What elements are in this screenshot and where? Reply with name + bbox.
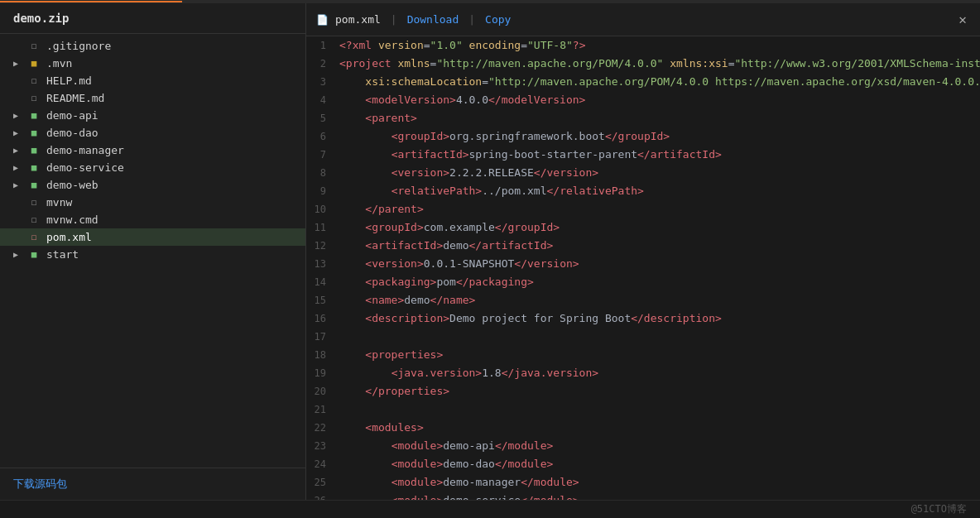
sidebar-item-mvnw[interactable]: ☐ mvnw [0, 194, 305, 211]
line-number: 1 [306, 36, 339, 55]
line-number: 17 [306, 328, 339, 346]
arrow-icon: ▶ [13, 146, 26, 155]
code-line-15: 15 <name>demo</name> [306, 291, 980, 309]
line-content: </parent> [339, 200, 980, 218]
main-container: demo.zip ☐ .gitignore ▶ ■ .mvn ☐ HELP.md [0, 3, 980, 500]
code-line-11: 11 <groupId>com.example</groupId> [306, 218, 980, 237]
code-line-4: 4 <modelVersion>4.0.0</modelVersion> [306, 91, 980, 109]
line-content: <java.version>1.8</java.version> [339, 364, 980, 382]
line-content: <relativePath>../pom.xml</relativePath> [339, 182, 980, 200]
line-number: 19 [306, 364, 339, 382]
line-number: 6 [306, 127, 339, 146]
arrow-icon: ▶ [13, 128, 26, 137]
xml-file-icon: ☐ [26, 232, 41, 243]
code-line-16: 16 <description>Demo project for Spring … [306, 309, 980, 328]
download-source-link[interactable]: 下载源码包 [13, 477, 67, 490]
line-number: 13 [306, 255, 339, 273]
item-label: demo-web [46, 179, 98, 191]
sidebar-item-start[interactable]: ▶ ■ start [0, 246, 305, 263]
code-line-8: 8 <version>2.2.2.RELEASE</version> [306, 164, 980, 182]
code-line-1: 1 <?xml version="1.0" encoding="UTF-8"?> [306, 36, 980, 55]
editor-area: 📄 pom.xml | Download | Copy ✕ 1 <?xml ve… [306, 3, 980, 500]
line-number: 14 [306, 273, 339, 291]
line-content: <properties> [339, 346, 980, 364]
line-number: 4 [306, 91, 339, 109]
line-content: <artifactId>demo</artifactId> [339, 237, 980, 255]
folder-icon: ■ [26, 58, 41, 70]
code-line-21: 21 [306, 400, 980, 419]
arrow-icon: ▶ [13, 250, 26, 259]
code-editor[interactable]: 1 <?xml version="1.0" encoding="UTF-8"?>… [306, 36, 980, 500]
line-number: 12 [306, 237, 339, 255]
item-label: demo-dao [46, 127, 98, 139]
file-icon: ☐ [26, 41, 41, 52]
line-content: <parent> [339, 109, 980, 127]
folder-icon: ■ [26, 145, 41, 156]
sidebar-item-pom-xml[interactable]: ☐ pom.xml [0, 228, 305, 246]
line-content: <module>demo-dao</module> [339, 455, 980, 473]
item-label: demo-api [46, 109, 98, 122]
sidebar-item-demo-manager[interactable]: ▶ ■ demo-manager [0, 141, 305, 159]
close-button[interactable]: ✕ [955, 12, 970, 27]
line-content: <description>Demo project for Spring Boo… [339, 309, 980, 328]
line-content: <version>0.0.1-SNAPSHOT</version> [339, 255, 980, 273]
sidebar-item-demo-web[interactable]: ▶ ■ demo-web [0, 176, 305, 194]
code-line-6: 6 <groupId>org.springframework.boot</gro… [306, 127, 980, 146]
file-icon: ☐ [26, 214, 41, 226]
file-icon: ☐ [26, 93, 41, 104]
item-label: .gitignore [46, 40, 111, 52]
sidebar-item-gitignore[interactable]: ☐ .gitignore [0, 37, 305, 55]
folder-icon: ■ [26, 249, 41, 261]
top-bar [0, 0, 980, 3]
line-content: <artifactId>spring-boot-starter-parent</… [339, 146, 980, 164]
separator: | [468, 13, 475, 26]
item-label: demo-service [46, 161, 124, 174]
code-line-23: 23 <module>demo-api</module> [306, 437, 980, 455]
file-icon: ☐ [26, 75, 41, 87]
sidebar-item-mvnw-cmd[interactable]: ☐ mvnw.cmd [0, 211, 305, 228]
file-icon: ☐ [26, 197, 41, 209]
line-number: 24 [306, 455, 339, 473]
code-line-20: 20 </properties> [306, 382, 980, 400]
code-line-25: 25 <module>demo-manager</module> [306, 473, 980, 492]
line-content: <packaging>pom</packaging> [339, 273, 980, 291]
code-line-19: 19 <java.version>1.8</java.version> [306, 364, 980, 382]
arrow-icon: ▶ [13, 163, 26, 172]
sidebar: demo.zip ☐ .gitignore ▶ ■ .mvn ☐ HELP.md [0, 3, 306, 500]
arrow-icon: ▶ [13, 180, 26, 189]
line-number: 18 [306, 346, 339, 364]
sidebar-item-demo-dao[interactable]: ▶ ■ demo-dao [0, 124, 305, 141]
line-number: 7 [306, 146, 339, 164]
code-line-18: 18 <properties> [306, 346, 980, 364]
code-line-12: 12 <artifactId>demo</artifactId> [306, 237, 980, 255]
code-line-22: 22 <modules> [306, 419, 980, 437]
sidebar-item-demo-service[interactable]: ▶ ■ demo-service [0, 159, 305, 176]
line-number: 3 [306, 73, 339, 91]
line-content: <name>demo</name> [339, 291, 980, 309]
code-line-14: 14 <packaging>pom</packaging> [306, 273, 980, 291]
arrow-icon: ▶ [13, 111, 26, 120]
sidebar-item-readmemd[interactable]: ☐ README.md [0, 89, 305, 107]
item-label: .mvn [46, 57, 72, 70]
line-number: 20 [306, 382, 339, 400]
watermark-text: @51CTO博客 [911, 502, 967, 516]
line-content: <version>2.2.2.RELEASE</version> [339, 164, 980, 182]
sidebar-item-demo-api[interactable]: ▶ ■ demo-api [0, 107, 305, 124]
copy-link[interactable]: Copy [485, 13, 511, 26]
file-type-icon: 📄 [316, 14, 329, 26]
line-number: 21 [306, 400, 339, 419]
line-content: <module>demo-service</module> [339, 492, 980, 500]
folder-icon: ■ [26, 127, 41, 139]
item-label: README.md [46, 92, 104, 104]
line-content: <groupId>com.example</groupId> [339, 218, 980, 237]
arrow-icon: ▶ [13, 59, 26, 68]
code-line-13: 13 <version>0.0.1-SNAPSHOT</version> [306, 255, 980, 273]
download-link[interactable]: Download [407, 13, 459, 26]
line-number: 9 [306, 182, 339, 200]
item-label: mvnw.cmd [46, 213, 98, 226]
sidebar-tree: ☐ .gitignore ▶ ■ .mvn ☐ HELP.md ☐ README… [0, 34, 305, 468]
sidebar-item-mvn[interactable]: ▶ ■ .mvn [0, 55, 305, 72]
code-line-9: 9 <relativePath>../pom.xml</relativePath… [306, 182, 980, 200]
item-label: mvnw [46, 196, 72, 209]
sidebar-item-helpmd[interactable]: ☐ HELP.md [0, 72, 305, 89]
